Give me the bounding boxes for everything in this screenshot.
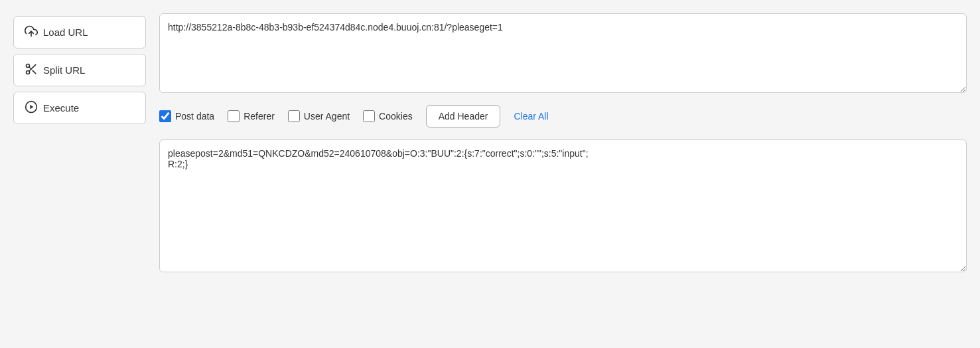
- post-data-input[interactable]: [159, 139, 967, 272]
- upload-cloud-icon: [25, 25, 38, 40]
- svg-marker-7: [30, 105, 33, 110]
- referer-label: Referer: [244, 111, 275, 122]
- scissors-icon: [25, 62, 38, 78]
- add-header-button[interactable]: Add Header: [426, 105, 501, 128]
- referer-checkbox-label[interactable]: Referer: [228, 110, 275, 122]
- clear-all-button[interactable]: Clear All: [514, 111, 548, 122]
- main-container: Load URL Split URL Execut: [0, 7, 980, 279]
- controls-row: Post data Referer User Agent Cookies Add…: [159, 102, 967, 130]
- split-url-button[interactable]: Split URL: [13, 54, 146, 86]
- execute-button[interactable]: Execute: [13, 92, 146, 124]
- post-data-checkbox[interactable]: [159, 110, 171, 122]
- sidebar: Load URL Split URL Execut: [13, 13, 146, 272]
- svg-line-4: [33, 70, 36, 74]
- user-agent-label: User Agent: [304, 111, 350, 122]
- svg-line-5: [29, 67, 31, 69]
- url-input[interactable]: [159, 13, 967, 93]
- add-header-label: Add Header: [439, 111, 488, 122]
- play-circle-icon: [25, 100, 38, 116]
- cookies-checkbox[interactable]: [363, 110, 375, 122]
- cookies-label: Cookies: [379, 111, 413, 122]
- execute-label: Execute: [43, 102, 79, 114]
- split-url-label: Split URL: [43, 64, 85, 76]
- post-data-label: Post data: [175, 111, 214, 122]
- referer-checkbox[interactable]: [228, 110, 240, 122]
- load-url-label: Load URL: [43, 27, 88, 38]
- load-url-button[interactable]: Load URL: [13, 16, 146, 48]
- clear-all-label: Clear All: [514, 111, 548, 122]
- post-data-checkbox-label[interactable]: Post data: [159, 110, 214, 122]
- user-agent-checkbox[interactable]: [288, 110, 300, 122]
- user-agent-checkbox-label[interactable]: User Agent: [288, 110, 350, 122]
- content-area: Post data Referer User Agent Cookies Add…: [159, 13, 967, 272]
- cookies-checkbox-label[interactable]: Cookies: [363, 110, 413, 122]
